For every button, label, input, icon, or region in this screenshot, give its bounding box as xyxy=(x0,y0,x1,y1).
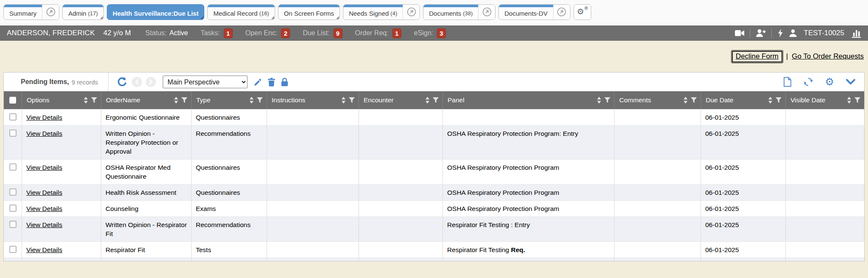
table-row: View Details OSHA Respirator Med Questio… xyxy=(4,159,864,184)
row-checkbox[interactable] xyxy=(9,129,17,137)
column-header[interactable]: OrderName xyxy=(101,91,191,109)
column-header[interactable]: Visible Date xyxy=(785,91,864,109)
undo-icon[interactable] xyxy=(117,76,128,87)
tab[interactable]: Documents-DV xyxy=(498,4,570,20)
tab-label: Admin xyxy=(68,10,86,17)
cell-encounter xyxy=(359,242,442,258)
tab-main[interactable]: Summary xyxy=(4,5,42,20)
counter-badge[interactable]: 1 xyxy=(392,28,401,38)
sort-icon[interactable] xyxy=(83,96,88,104)
tab-main[interactable]: On Screen Forms xyxy=(278,5,339,20)
edit-pencil-icon[interactable] xyxy=(253,78,262,87)
view-details-link[interactable]: View Details xyxy=(26,114,62,121)
tab[interactable]: On Screen Forms xyxy=(278,4,340,20)
table-row: View Details Counseling Exams OSHA Respi… xyxy=(4,200,864,216)
sort-icon[interactable] xyxy=(597,96,601,104)
user-icon[interactable] xyxy=(789,29,797,37)
video-camera-icon[interactable] xyxy=(734,29,745,37)
tab[interactable]: Summary xyxy=(3,4,59,20)
view-details-link[interactable]: View Details xyxy=(26,189,62,196)
column-header[interactable]: Encounter xyxy=(359,91,442,109)
row-checkbox[interactable] xyxy=(9,246,17,253)
tab-main[interactable]: Medical Record (16) xyxy=(208,5,274,20)
column-header[interactable]: Comments xyxy=(614,91,701,109)
tab-top-accent xyxy=(63,5,103,7)
column-header[interactable]: Panel xyxy=(442,91,614,109)
filter-funnel-icon[interactable] xyxy=(348,97,355,104)
cell-order-name: Written Opinion - Respiratory Protection… xyxy=(101,126,191,159)
refresh-icon[interactable] xyxy=(803,77,813,87)
filter-funnel-icon[interactable] xyxy=(256,97,263,104)
counter-badge[interactable]: 3 xyxy=(437,28,446,38)
collapse-chevron-down-icon[interactable] xyxy=(846,78,856,86)
tab-main[interactable]: Health Surveillance:Due List xyxy=(107,5,204,20)
view-details-link[interactable]: View Details xyxy=(26,246,62,253)
tab-label: On Screen Forms xyxy=(284,10,334,17)
filter-funnel-icon[interactable] xyxy=(690,97,697,104)
counter-badge[interactable]: 9 xyxy=(334,28,342,38)
filter-funnel-icon[interactable] xyxy=(775,97,782,104)
tab-settings-gears-icon[interactable]: ⚙⚙ xyxy=(573,4,591,20)
settings-gear-icon[interactable]: ⚙ xyxy=(825,77,834,87)
tab-main[interactable]: Needs Signed (4) xyxy=(343,5,403,20)
row-checkbox[interactable] xyxy=(9,113,17,121)
row-checkbox[interactable] xyxy=(9,163,17,171)
open-external-icon[interactable] xyxy=(553,5,570,20)
select-all-checkbox[interactable] xyxy=(4,91,22,109)
sort-icon[interactable] xyxy=(425,96,430,104)
view-details-link[interactable]: View Details xyxy=(26,221,62,228)
bar-chart-icon[interactable] xyxy=(851,28,861,38)
sort-icon[interactable] xyxy=(768,96,773,104)
filter-funnel-icon[interactable] xyxy=(181,97,188,104)
counter-badge[interactable]: 2 xyxy=(281,28,290,38)
tab-main[interactable]: Documents (38) xyxy=(423,5,478,20)
cell-due-date: 06-01-2025 xyxy=(701,110,785,125)
column-header[interactable]: Instructions xyxy=(267,91,359,109)
row-checkbox[interactable] xyxy=(9,205,17,212)
sort-icon[interactable] xyxy=(341,96,346,104)
open-external-icon[interactable] xyxy=(403,5,420,20)
perspective-select[interactable]: Main Perspective xyxy=(163,76,248,88)
decline-form-link[interactable]: Decline Form xyxy=(732,51,782,62)
tab-main[interactable]: Documents-DV xyxy=(499,5,553,20)
add-user-icon[interactable] xyxy=(755,28,766,38)
checkbox-icon[interactable] xyxy=(9,97,16,104)
view-details-link[interactable]: View Details xyxy=(26,130,62,137)
tab[interactable]: Health Surveillance:Due List xyxy=(107,4,205,20)
sort-icon[interactable] xyxy=(249,96,254,104)
tab[interactable]: Admin (17) xyxy=(62,4,104,20)
row-checkbox[interactable] xyxy=(9,188,17,196)
patient-name: ANDERSON, FREDERICK xyxy=(7,29,95,37)
tab-main[interactable]: Admin (17) xyxy=(63,5,103,20)
counter-label: Tasks: xyxy=(200,29,220,37)
lock-icon[interactable] xyxy=(281,77,289,87)
open-external-icon[interactable] xyxy=(42,5,59,20)
prev-icon[interactable] xyxy=(132,77,142,87)
next-icon[interactable] xyxy=(146,77,156,87)
go-to-order-requests-link[interactable]: Go To Order Requests xyxy=(792,52,864,61)
filter-funnel-icon[interactable] xyxy=(432,97,439,104)
tab[interactable]: Medical Record (16) xyxy=(207,4,275,20)
filter-funnel-icon[interactable] xyxy=(604,97,611,104)
column-header[interactable]: Due Date xyxy=(701,91,785,109)
filter-funnel-icon[interactable] xyxy=(854,97,861,104)
tab[interactable]: Documents (38) xyxy=(423,4,495,20)
lightning-icon[interactable] xyxy=(777,28,784,38)
sort-icon[interactable] xyxy=(683,96,688,104)
sort-icon[interactable] xyxy=(174,96,178,104)
open-external-icon[interactable] xyxy=(478,5,495,20)
row-checkbox[interactable] xyxy=(9,221,17,228)
new-document-icon[interactable] xyxy=(783,77,792,87)
column-header[interactable]: Type xyxy=(191,91,267,109)
view-details-link[interactable]: View Details xyxy=(26,205,62,212)
view-details-link[interactable]: View Details xyxy=(26,164,62,171)
cell-select xyxy=(4,185,22,200)
column-header[interactable]: Options xyxy=(22,91,101,109)
tab[interactable]: Needs Signed (4) xyxy=(343,4,420,20)
delete-trash-icon[interactable] xyxy=(267,78,275,87)
sort-icon[interactable] xyxy=(847,96,851,104)
cell-encounter xyxy=(359,217,442,241)
counter-badge[interactable]: 1 xyxy=(224,28,233,38)
column-label: Options xyxy=(27,96,81,104)
filter-funnel-icon[interactable] xyxy=(91,97,97,104)
